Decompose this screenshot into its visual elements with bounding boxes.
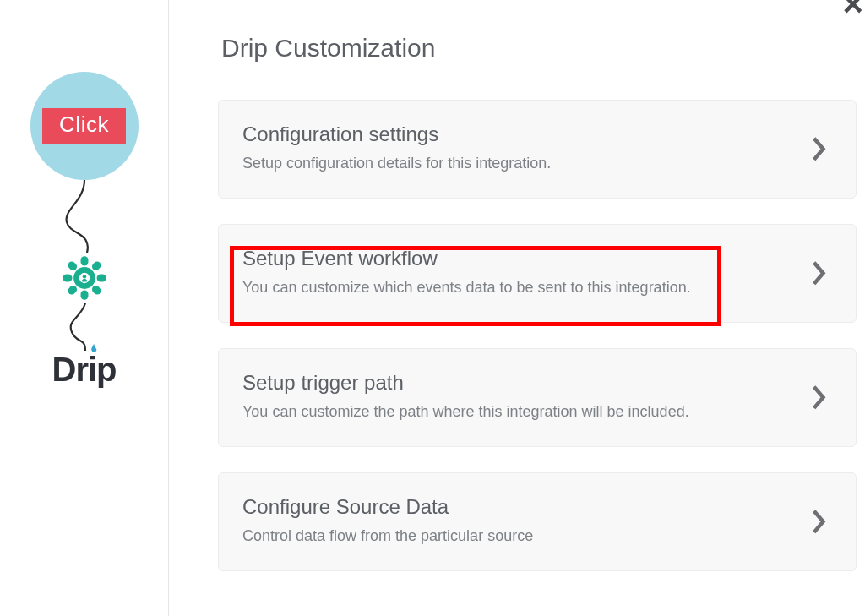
card-text: Configuration settings Setup configurati… [244, 123, 800, 172]
svg-rect-3 [80, 291, 88, 300]
card-title: Configuration settings [242, 123, 800, 146]
card-title: Configure Source Data [242, 495, 800, 519]
card-title: Setup Event workflow [242, 247, 800, 270]
connector-line-top [55, 180, 114, 253]
card-text: Configure Source Data Control data flow … [244, 495, 800, 545]
page-title: Drip Customization [221, 34, 857, 63]
chevron-right-icon [812, 136, 827, 160]
gear-icon [59, 253, 110, 303]
svg-rect-6 [90, 260, 102, 272]
svg-rect-2 [80, 256, 88, 265]
drip-logo-text: Drip [52, 351, 117, 389]
svg-rect-9 [90, 284, 102, 296]
card-configure-source-data[interactable]: Configure Source Data Control data flow … [218, 472, 857, 571]
card-setup-event-workflow[interactable]: Setup Event workflow You can customize w… [218, 224, 857, 323]
card-desc: You can customize the path where this in… [242, 403, 800, 421]
svg-rect-8 [66, 260, 78, 272]
card-configuration-settings[interactable]: Configuration settings Setup configurati… [218, 100, 857, 199]
chevron-right-icon [812, 260, 827, 284]
svg-point-11 [82, 275, 85, 278]
click-source-node: Click [30, 72, 139, 180]
svg-rect-7 [66, 284, 78, 296]
svg-rect-4 [63, 275, 72, 282]
card-desc: Control data flow from the particular so… [242, 527, 800, 545]
svg-rect-5 [96, 275, 106, 282]
chevron-right-icon [812, 384, 827, 408]
connector-line-bottom [55, 303, 114, 351]
card-desc: You can customize which events data to b… [242, 279, 800, 297]
card-text: Setup Event workflow You can customize w… [244, 247, 800, 297]
chevron-right-icon [812, 509, 827, 532]
card-text: Setup trigger path You can customize the… [244, 371, 800, 421]
click-node-label: Click [42, 108, 126, 144]
card-setup-trigger-path[interactable]: Setup trigger path You can customize the… [218, 348, 857, 447]
card-title: Setup trigger path [242, 371, 800, 395]
drip-logo: Drip [52, 351, 117, 389]
main-panel: Drip Customization Configuration setting… [169, 0, 865, 616]
card-desc: Setup configuration details for this int… [242, 155, 800, 172]
integration-flow-sidebar: Click [0, 0, 169, 616]
